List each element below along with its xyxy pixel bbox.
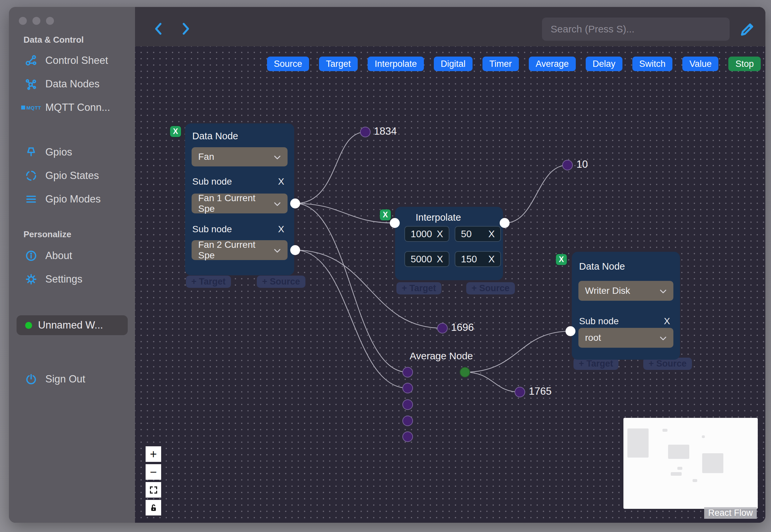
edge-fan1-average[interactable]: [295, 203, 408, 372]
add-interpolate-button[interactable]: Interpolate: [368, 57, 424, 71]
molecule-icon: [24, 77, 38, 91]
fan-sub2-source-handle[interactable]: [290, 245, 300, 255]
writer-type-dropdown[interactable]: Writer Disk: [578, 281, 673, 301]
sidebar-section-personalize: Personalize: [23, 229, 71, 240]
edge-interpolate-10[interactable]: [505, 165, 567, 223]
fan-sub1-source-handle[interactable]: [290, 199, 300, 208]
average-input-handle-5[interactable]: [402, 431, 413, 442]
interpolate-source-handle[interactable]: [500, 218, 510, 228]
minimize-window-icon[interactable]: [32, 17, 40, 25]
chevron-down-icon: [659, 333, 667, 343]
chevron-down-icon: [659, 286, 667, 296]
sidebar-item-gpio-modes[interactable]: Gpio Modes: [24, 192, 101, 206]
remove-sub-node-button[interactable]: X: [664, 316, 670, 327]
remove-value-button[interactable]: X: [488, 254, 495, 265]
lines-icon: [24, 192, 38, 206]
value-label-1765: 1765: [529, 385, 552, 397]
value-node-1834-dot[interactable]: [360, 127, 371, 137]
add-value-button[interactable]: Value: [682, 57, 718, 71]
add-average-button[interactable]: Average: [529, 57, 576, 71]
edge-average-1765[interactable]: [465, 372, 520, 392]
sidebar-item-settings[interactable]: Settings: [24, 272, 82, 286]
writer-sub-dropdown[interactable]: root: [578, 328, 673, 348]
sidebar-item-control-sheet[interactable]: Control Sheet: [24, 54, 108, 67]
sidebar-item-mqtt[interactable]: MQTT MQTT Conn...: [24, 101, 110, 114]
interpolate-input-2[interactable]: 50 X: [455, 226, 501, 242]
pin-icon: [24, 145, 38, 159]
interpolate-node[interactable]: Interpolate 1000 X 50 X 5000 X 150 X: [395, 207, 503, 280]
average-input-handle-1[interactable]: [402, 367, 413, 377]
sub-node-row: Sub node X: [192, 224, 284, 235]
node-title: Data Node: [192, 131, 238, 142]
fan-data-node[interactable]: Data Node Fan Sub node X Fan 1 Current S…: [185, 123, 294, 275]
edge-average-writer[interactable]: [465, 331, 570, 372]
edge-fan2-average[interactable]: [295, 250, 408, 388]
forward-chevron-icon[interactable]: [179, 22, 192, 36]
fan-type-dropdown[interactable]: Fan: [192, 147, 288, 166]
sidebar-item-label: About: [45, 250, 72, 262]
sidebar-item-workflow[interactable]: Unnamed W...: [17, 315, 128, 335]
average-input-handle-2[interactable]: [402, 383, 413, 393]
add-digital-button[interactable]: Digital: [434, 57, 473, 71]
add-source-button[interactable]: Source: [267, 57, 309, 71]
average-input-handle-4[interactable]: [402, 416, 413, 426]
sidebar-item-about[interactable]: About: [24, 249, 72, 263]
edit-pencil-icon[interactable]: [739, 20, 756, 38]
minimap-node: [662, 429, 667, 432]
sub-node-row: Sub node X: [192, 176, 284, 187]
back-chevron-icon[interactable]: [152, 22, 165, 36]
remove-sub-node-button[interactable]: X: [278, 224, 284, 235]
sidebar-item-label: Gpios: [45, 146, 72, 158]
interpolate-input-1[interactable]: 1000 X: [404, 226, 449, 242]
sidebar-item-sign-out[interactable]: Sign Out: [24, 372, 85, 386]
average-input-handle-3[interactable]: [402, 399, 413, 410]
sidebar-item-gpio-states[interactable]: Gpio States: [24, 169, 99, 183]
value-node-1696-dot[interactable]: [437, 323, 448, 333]
sub-node-label: Sub node: [192, 224, 232, 235]
remove-sub-node-button[interactable]: X: [278, 176, 284, 187]
sidebar-item-gpios[interactable]: Gpios: [24, 145, 72, 159]
sidebar-item-label: Control Sheet: [45, 55, 108, 67]
mqtt-icon: MQTT: [24, 101, 38, 114]
remove-value-button[interactable]: X: [437, 254, 443, 265]
add-delay-button[interactable]: Delay: [586, 57, 622, 71]
value-node-10-dot[interactable]: [562, 160, 573, 170]
zoom-in-button[interactable]: +: [146, 446, 161, 462]
minimap[interactable]: [623, 418, 758, 509]
delete-writer-node-button[interactable]: X: [556, 254, 567, 265]
dropdown-value: Fan 1 Current Spe: [198, 193, 274, 214]
fan-sub2-dropdown[interactable]: Fan 2 Current Spe: [192, 240, 288, 260]
window-traffic-lights[interactable]: [19, 17, 54, 25]
writer-data-node[interactable]: Data Node Writer Disk Sub node X root: [572, 252, 680, 360]
power-icon: [24, 372, 38, 386]
interpolate-target-handle[interactable]: [390, 218, 400, 228]
add-switch-button[interactable]: Switch: [632, 57, 673, 71]
remove-value-button[interactable]: X: [437, 229, 443, 240]
writer-target-handle[interactable]: [566, 326, 575, 336]
add-target-button[interactable]: Target: [319, 57, 358, 71]
sub-node-label: Sub node: [579, 316, 619, 327]
fit-view-button[interactable]: [146, 482, 161, 498]
minimap-node: [671, 472, 682, 476]
stop-button[interactable]: Stop: [728, 57, 761, 71]
search-input[interactable]: [542, 18, 730, 41]
add-timer-button[interactable]: Timer: [482, 57, 519, 71]
close-window-icon[interactable]: [19, 17, 27, 25]
edge-fan1-1834[interactable]: [295, 132, 365, 203]
interpolate-input-4[interactable]: 150 X: [455, 251, 501, 267]
delete-interpolate-node-button[interactable]: X: [380, 209, 391, 220]
interpolate-input-3[interactable]: 5000 X: [404, 251, 449, 267]
dropdown-value: Fan 2 Current Spe: [198, 240, 274, 261]
fan-sub1-dropdown[interactable]: Fan 1 Current Spe: [192, 194, 288, 213]
minimap-node: [702, 453, 723, 473]
delete-fan-node-button[interactable]: X: [170, 126, 181, 137]
lock-toggle-button[interactable]: [146, 500, 161, 515]
flow-canvas[interactable]: Source Target Interpolate Digital Timer …: [135, 7, 765, 523]
react-flow-attribution[interactable]: React Flow: [704, 507, 757, 519]
zoom-window-icon[interactable]: [46, 17, 54, 25]
zoom-out-button[interactable]: −: [146, 464, 161, 480]
average-output-handle[interactable]: [460, 367, 470, 377]
value-node-1765-dot[interactable]: [515, 387, 525, 397]
sidebar-item-data-nodes[interactable]: Data Nodes: [24, 77, 100, 91]
remove-value-button[interactable]: X: [488, 229, 495, 240]
